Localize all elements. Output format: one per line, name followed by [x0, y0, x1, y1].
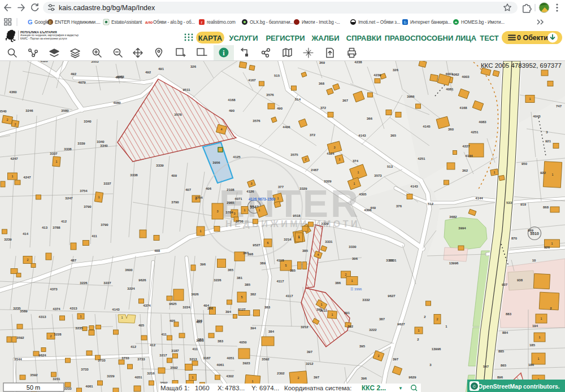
svg-text:2302: 2302: [277, 372, 285, 375]
svg-text:4238: 4238: [354, 61, 362, 64]
svg-text:921: 921: [545, 140, 551, 143]
svg-text:3216: 3216: [147, 372, 155, 375]
svg-text:4783...: 4783...: [225, 385, 245, 391]
svg-text:4239: 4239: [373, 73, 381, 77]
svg-text:9626: 9626: [138, 278, 146, 282]
svg-text:3592: 3592: [30, 373, 38, 377]
svg-text:4374: 4374: [143, 304, 151, 307]
svg-text:РЕГИСТРИ: РЕГИСТРИ: [266, 34, 305, 42]
svg-text:490: 490: [277, 107, 283, 110]
svg-text:1: 1: [537, 357, 539, 360]
svg-text:3235: 3235: [75, 326, 83, 330]
svg-text:4061: 4061: [216, 363, 224, 367]
svg-text:3592: 3592: [170, 366, 178, 369]
svg-text:411: 411: [92, 234, 97, 238]
svg-text:3540: 3540: [0, 110, 7, 113]
svg-text:405: 405: [169, 319, 176, 323]
svg-text:490: 490: [229, 109, 235, 112]
svg-text:1: 1: [244, 208, 245, 212]
svg-text:3784: 3784: [225, 211, 233, 214]
svg-text:9627: 9627: [388, 294, 395, 298]
svg-text:4227: 4227: [462, 145, 470, 148]
svg-text:НЕДВИЖИМИ ИМОТИ: НЕДВИЖИМИ ИМОТИ: [225, 219, 360, 229]
svg-text:3: 3: [216, 210, 218, 213]
svg-text:747: 747: [556, 104, 562, 108]
svg-text:3337: 3337: [103, 182, 111, 185]
svg-text:СПРАВКИ: СПРАВКИ: [346, 34, 381, 42]
svg-text:3246: 3246: [25, 109, 33, 112]
svg-text:885: 885: [498, 350, 505, 353]
svg-text:4124: 4124: [327, 152, 334, 155]
svg-text:194: 194: [532, 324, 538, 328]
svg-text:3217: 3217: [159, 354, 167, 357]
svg-text:ENTER: ENTER: [219, 182, 360, 225]
svg-text:2: 2: [436, 317, 438, 321]
svg-text:385: 385: [302, 249, 308, 252]
svg-text:883: 883: [506, 312, 512, 316]
svg-text:3330: 3330: [349, 245, 357, 249]
svg-text:449: 449: [370, 206, 376, 210]
svg-text:3239: 3239: [4, 238, 12, 241]
svg-text:487: 487: [71, 259, 77, 262]
svg-text:4313: 4313: [69, 307, 77, 310]
svg-text:13996: 13996: [432, 347, 441, 351]
svg-text:533: 533: [506, 201, 512, 204]
svg-text:4168: 4168: [228, 98, 236, 102]
svg-text:3224: 3224: [182, 306, 190, 309]
svg-text:ПРАВОСПОСОБНИ ЛИЦА: ПРАВОСПОСОБНИ ЛИЦА: [385, 34, 477, 42]
svg-text:3332: 3332: [362, 298, 370, 302]
svg-text:404: 404: [203, 304, 210, 307]
svg-text:Агенция по геодезия, картограф: Агенция по геодезия, картография и кадас…: [20, 34, 79, 37]
svg-text:362: 362: [462, 169, 468, 172]
svg-text:ЖАЛБИ: ЖАЛБИ: [311, 34, 339, 42]
svg-text:4080: 4080: [113, 101, 121, 104]
svg-text:EstateAssistant: EstateAssistant: [111, 20, 142, 25]
svg-text:3576: 3576: [253, 119, 260, 123]
svg-text:4051: 4051: [134, 376, 142, 379]
svg-text:Интернет банкира...: Интернет банкира...: [410, 20, 451, 25]
svg-text:381: 381: [237, 276, 243, 280]
svg-text:407: 407: [185, 188, 192, 191]
svg-text:2: 2: [27, 258, 28, 262]
svg-text:3575: 3575: [290, 153, 298, 156]
svg-text:3788: 3788: [53, 226, 60, 229]
svg-text:514: 514: [295, 98, 301, 101]
svg-text:9511: 9511: [182, 88, 190, 92]
svg-text:ало: ало: [145, 20, 153, 25]
svg-text:1: 1: [199, 229, 201, 233]
svg-text:4374: 4374: [53, 307, 60, 311]
svg-text:3329: 3329: [321, 222, 329, 225]
svg-text:3331: 3331: [389, 259, 397, 262]
svg-text:409: 409: [171, 174, 177, 177]
svg-text:3339: 3339: [77, 142, 85, 145]
svg-text:3329: 3329: [324, 180, 332, 183]
svg-text:385: 385: [245, 283, 251, 286]
svg-text:4050: 4050: [239, 341, 247, 344]
svg-text:1: 1: [320, 303, 322, 306]
svg-text:3626: 3626: [191, 293, 199, 296]
svg-text:403: 403: [196, 320, 202, 324]
svg-text:Обяви - alo.bg - об...: Обяви - alo.bg - об...: [153, 20, 195, 25]
svg-text:3231: 3231: [53, 377, 60, 381]
svg-text:3733: 3733: [121, 356, 129, 360]
svg-text:4073: 4073: [116, 75, 124, 79]
svg-text:1: 1: [351, 279, 353, 282]
svg-text:372: 372: [320, 106, 327, 110]
svg-text:3340: 3340: [100, 144, 108, 147]
svg-text:3226: 3226: [214, 278, 221, 282]
svg-text:КАИС - Портал за електронни ус: КАИС - Портал за електронни услуги: [20, 37, 67, 40]
svg-text:412: 412: [131, 345, 137, 349]
svg-text:185: 185: [529, 343, 536, 347]
svg-text:4313: 4313: [38, 315, 46, 319]
svg-text:397: 397: [393, 358, 399, 361]
svg-text:4083: 4083: [479, 120, 486, 124]
svg-text:Google: Google: [34, 20, 49, 25]
svg-text:10: 10: [532, 259, 536, 262]
svg-text:3340: 3340: [97, 140, 105, 143]
svg-text:4143: 4143: [410, 185, 418, 188]
svg-text:3576: 3576: [266, 93, 274, 97]
svg-text:4118: 4118: [276, 259, 284, 262]
svg-text:3339: 3339: [156, 164, 164, 167]
svg-text:3338: 3338: [64, 147, 72, 151]
svg-text:4043: 4043: [533, 115, 541, 118]
